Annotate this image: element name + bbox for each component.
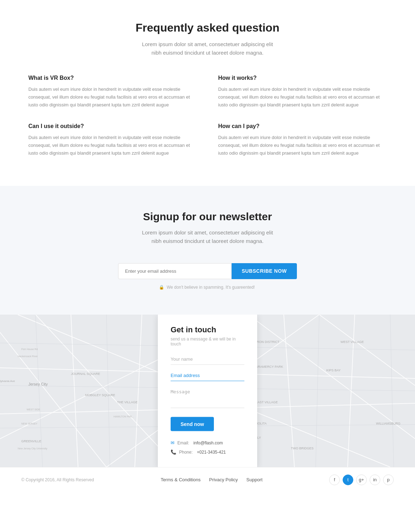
svg-text:TWO BRIDGES: TWO BRIDGES	[291, 447, 314, 450]
send-now-button[interactable]: Send now	[171, 417, 214, 431]
footer-link-privacy[interactable]: Privacy Policy	[209, 477, 238, 482]
footer-link-terms[interactable]: Terms & Conditions	[161, 477, 201, 482]
faq-question-1: What is VR Box?	[28, 75, 197, 81]
email-icon: ✉	[171, 438, 175, 447]
svg-text:MOBGLEY SQUARE: MOBGLEY SQUARE	[85, 393, 115, 397]
phone-value: +021-3435-421	[197, 448, 226, 456]
newsletter-subtitle: Lorem ipsum dolor sit amet, consectetuer…	[28, 228, 387, 245]
spam-note: 🔒 We don't believe in spamming. It's gua…	[28, 285, 387, 290]
email-value: info@flash.com	[193, 438, 223, 447]
svg-text:GREENVILLE: GREENVILLE	[21, 439, 42, 443]
svg-text:WILLIAMSBURG: WILLIAMSBURG	[376, 422, 400, 425]
contact-name-input[interactable]	[171, 353, 244, 365]
svg-text:THE VILLAGE: THE VILLAGE	[117, 400, 138, 404]
faq-question-2: How it works?	[218, 75, 387, 81]
contact-card: Get in touch send us a message & we will…	[158, 315, 257, 467]
contact-email-input[interactable]	[171, 370, 244, 381]
newsletter-section: Signup for our newsletter Lorem ipsum do…	[0, 186, 415, 315]
social-googleplus-icon[interactable]: g+	[356, 475, 367, 485]
faq-title: Frequently asked question	[28, 21, 387, 34]
faq-answer-2: Duis autem vel eum iriure dolor in hendr…	[218, 85, 387, 109]
svg-text:WEST VILLAGE: WEST VILLAGE	[341, 340, 364, 344]
newsletter-form: Subscribe now	[28, 263, 387, 279]
phone-label: Phone:	[179, 448, 193, 456]
faq-answer-4: Duis autem vel eum iriure dolor in hendr…	[218, 134, 387, 157]
faq-item-4: How can I pay? Duis autem vel eum iriure…	[218, 123, 387, 157]
faq-item-2: How it works? Duis autem vel eum iriure …	[218, 75, 387, 109]
faq-item-3: Can I use it outside? Duis autem vel eum…	[28, 123, 197, 157]
social-pinterest-icon[interactable]: p	[383, 475, 394, 485]
social-twitter-icon[interactable]: t	[343, 475, 353, 485]
contact-title: Get in touch	[171, 325, 244, 334]
svg-text:HAMILTON PAR...: HAMILTON PAR...	[114, 415, 134, 418]
svg-text:Hackensack River: Hackensack River	[18, 355, 38, 358]
email-label: Email:	[177, 438, 189, 447]
svg-text:NEW JERSEY: NEW JERSEY	[21, 422, 38, 425]
faq-grid: What is VR Box? Duis autem vel eum iriur…	[28, 75, 387, 157]
footer-nav: Terms & Conditions Privacy Policy Suppor…	[161, 477, 262, 482]
svg-text:GRAMERCY PARK: GRAMERCY PARK	[255, 365, 283, 368]
svg-text:lylvania Ave: lylvania Ave	[0, 379, 15, 383]
svg-text:WEST SIDE: WEST SIDE	[27, 408, 40, 411]
contact-info: ✉ Email: info@flash.com 📞 Phone: +021-34…	[171, 438, 244, 456]
footer-social: f t g+ in p	[329, 475, 394, 485]
contact-message-input[interactable]	[171, 386, 244, 408]
contact-tagline: send us a message & we will be in touch	[171, 336, 244, 346]
subscribe-button[interactable]: Subscribe now	[232, 263, 297, 279]
svg-text:Fish House Rd: Fish House Rd	[21, 348, 38, 350]
newsletter-title: Signup for our newsletter	[28, 211, 387, 223]
faq-answer-1: Duis autem vel eum iriure dolor in hendr…	[28, 85, 197, 109]
map-contact-section: Jersey City GREENVILLE JOURNAL SQUARE MO…	[0, 315, 415, 467]
phone-info-row: 📞 Phone: +021-3435-421	[171, 447, 244, 456]
svg-text:JOURNAL SQUARE: JOURNAL SQUARE	[71, 372, 100, 376]
social-linkedin-icon[interactable]: in	[370, 475, 380, 485]
email-info-row: ✉ Email: info@flash.com	[171, 438, 244, 447]
phone-icon: 📞	[171, 447, 176, 456]
footer-link-support[interactable]: Support	[247, 477, 263, 482]
svg-text:New Jersey City University: New Jersey City University	[18, 447, 48, 450]
lock-icon: 🔒	[159, 285, 164, 290]
faq-section: Frequently asked question Lorem ipsum do…	[0, 0, 415, 186]
faq-question-4: How can I pay?	[218, 123, 387, 129]
svg-text:Jersey City: Jersey City	[28, 382, 48, 386]
faq-item-1: What is VR Box? Duis autem vel eum iriur…	[28, 75, 197, 109]
social-facebook-icon[interactable]: f	[329, 475, 340, 485]
faq-subtitle: Lorem ipsum dolor sit amet, consectetuer…	[28, 40, 387, 57]
svg-text:KIPS BAY: KIPS BAY	[326, 368, 341, 372]
faq-answer-3: Duis autem vel eum iriure dolor in hendr…	[28, 134, 197, 157]
faq-question-3: Can I use it outside?	[28, 123, 197, 129]
footer: © Copyright 2016, All Rights Reserved Te…	[0, 467, 415, 492]
email-input[interactable]	[118, 263, 232, 279]
footer-copyright: © Copyright 2016, All Rights Reserved	[21, 477, 94, 482]
svg-text:EAST VILLAGE: EAST VILLAGE	[255, 400, 278, 404]
